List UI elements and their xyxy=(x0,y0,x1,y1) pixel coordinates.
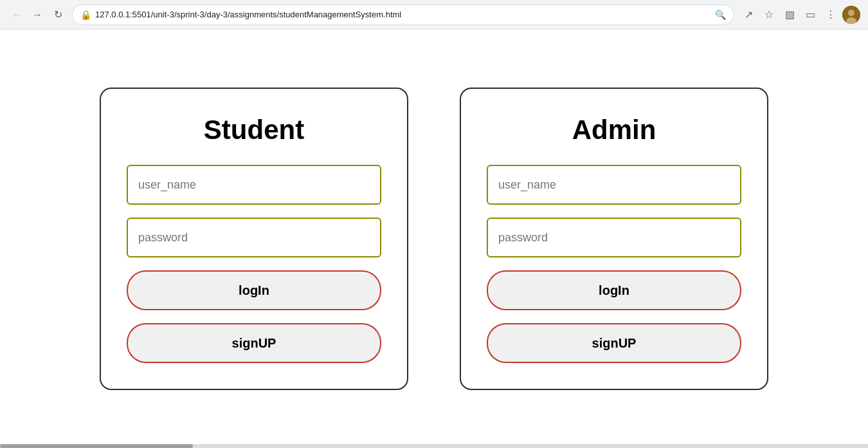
avatar[interactable] xyxy=(842,6,860,24)
zoom-icon: 🔍 xyxy=(715,10,726,20)
browser-chrome: ← → ↻ 🔒 127.0.0.1:5501/unit-3/sprint-3/d… xyxy=(0,0,868,30)
address-bar[interactable]: 🔒 127.0.0.1:5501/unit-3/sprint-3/day-3/a… xyxy=(72,5,734,25)
student-login-button[interactable]: logIn xyxy=(127,270,381,310)
student-card: Student logIn signUP xyxy=(100,88,408,390)
cast-button[interactable]: ▨ xyxy=(781,6,799,24)
student-username-input[interactable] xyxy=(127,165,381,205)
nav-buttons: ← → ↻ xyxy=(8,6,67,24)
admin-password-input[interactable] xyxy=(487,218,741,257)
admin-card: Admin logIn signUP xyxy=(460,88,768,390)
menu-button[interactable]: ⋮ xyxy=(822,6,840,24)
student-signup-button[interactable]: signUP xyxy=(127,323,381,363)
admin-signup-button[interactable]: signUP xyxy=(487,323,741,363)
back-button[interactable]: ← xyxy=(8,6,26,24)
url-text: 127.0.0.1:5501/unit-3/sprint-3/day-3/ass… xyxy=(95,10,711,19)
window-toggle-button[interactable]: ▭ xyxy=(801,6,819,24)
lock-icon: 🔒 xyxy=(80,10,91,20)
bookmark-button[interactable]: ☆ xyxy=(760,6,778,24)
reload-button[interactable]: ↻ xyxy=(49,6,67,24)
student-title: Student xyxy=(204,115,304,145)
student-password-input[interactable] xyxy=(127,218,381,257)
main-content: Student logIn signUP Admin logIn signUP xyxy=(0,30,868,448)
admin-title: Admin xyxy=(572,115,656,145)
share-button[interactable]: ↗ xyxy=(739,6,757,24)
admin-username-input[interactable] xyxy=(487,165,741,205)
scrollbar-thumb[interactable] xyxy=(0,444,193,448)
scrollbar[interactable] xyxy=(0,444,868,448)
browser-actions: ↗ ☆ ▨ ▭ ⋮ xyxy=(739,6,860,24)
forward-button[interactable]: → xyxy=(28,6,46,24)
admin-login-button[interactable]: logIn xyxy=(487,270,741,310)
svg-point-1 xyxy=(848,10,854,16)
